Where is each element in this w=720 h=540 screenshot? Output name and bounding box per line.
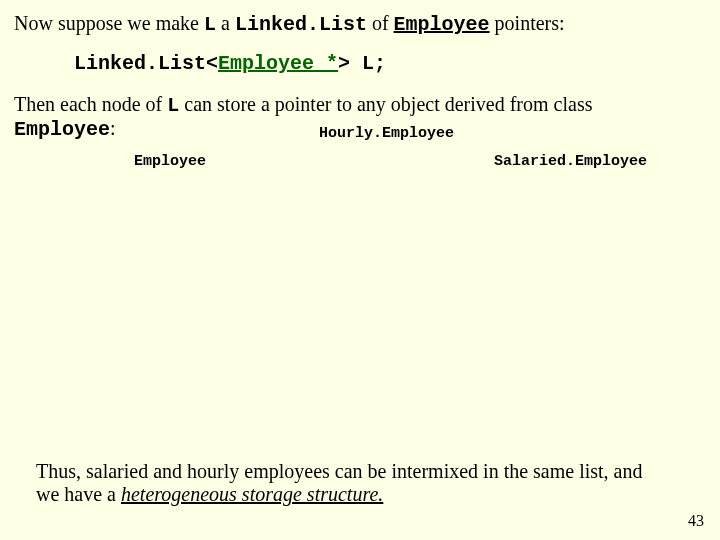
text: Now suppose we make	[14, 12, 204, 34]
text: pointers:	[490, 12, 565, 34]
code-L: L	[204, 13, 216, 36]
code-part3: > L;	[338, 52, 386, 75]
page-number: 43	[688, 512, 704, 530]
code-employee2: Employee	[14, 118, 110, 141]
code-L2: L	[167, 94, 179, 117]
text: :	[110, 117, 116, 139]
intro-line: Now suppose we make L a Linked.List of E…	[14, 12, 706, 36]
label-hourly-employee: Hourly.Employee	[319, 125, 454, 142]
text: Then each node of	[14, 93, 167, 115]
text: a	[216, 12, 235, 34]
class-labels: Hourly.Employee Employee Salaried.Employ…	[14, 147, 706, 187]
label-salaried-employee: Salaried.Employee	[494, 153, 647, 170]
code-part1: Linked.List<	[74, 52, 218, 75]
text: of	[367, 12, 394, 34]
heterogeneous-phrase: heterogeneous storage structure.	[121, 483, 383, 505]
code-declaration: Linked.List<Employee *> L;	[74, 52, 706, 75]
label-employee: Employee	[134, 153, 206, 170]
conclusion-para: Thus, salaried and hourly employees can …	[36, 460, 656, 506]
text: can store a pointer to any object derive…	[179, 93, 592, 115]
code-template-arg: Employee *	[218, 52, 338, 75]
code-employee: Employee	[394, 13, 490, 36]
code-linkedlist: Linked.List	[235, 13, 367, 36]
